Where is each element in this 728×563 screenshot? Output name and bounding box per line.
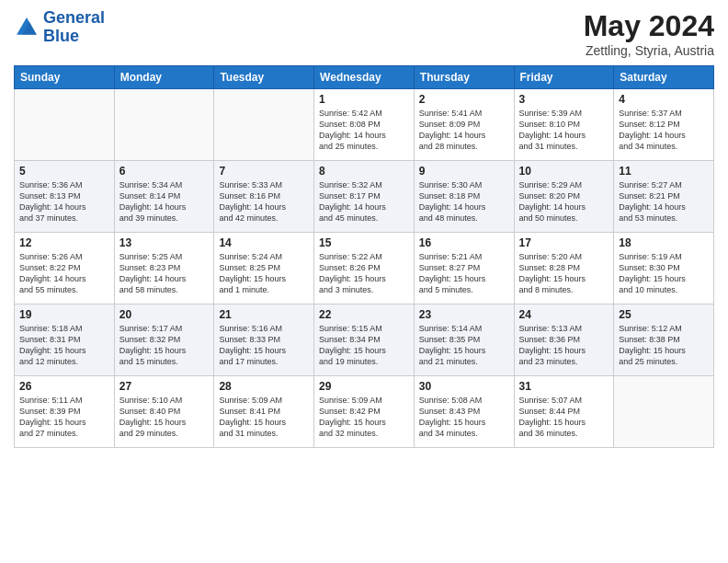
day-info: Sunrise: 5:29 AM Sunset: 8:20 PM Dayligh…: [519, 179, 609, 224]
day-number: 14: [219, 236, 309, 249]
day-info: Sunrise: 5:36 AM Sunset: 8:13 PM Dayligh…: [19, 179, 109, 224]
calendar-day-11: 11Sunrise: 5:27 AM Sunset: 8:21 PM Dayli…: [614, 161, 714, 233]
calendar-day-13: 13Sunrise: 5:25 AM Sunset: 8:23 PM Dayli…: [114, 233, 214, 304]
calendar-day-empty: [15, 89, 115, 161]
day-number: 26: [19, 380, 109, 393]
weekday-header-friday: Friday: [514, 66, 614, 89]
title-block: May 2024 Zettling, Styria, Austria: [584, 9, 714, 58]
day-number: 13: [119, 236, 210, 249]
calendar-day-4: 4Sunrise: 5:37 AM Sunset: 8:12 PM Daylig…: [614, 89, 714, 161]
day-number: 10: [519, 165, 609, 178]
day-number: 23: [419, 308, 509, 321]
calendar-week-1: 1Sunrise: 5:42 AM Sunset: 8:08 PM Daylig…: [15, 89, 714, 161]
weekday-header-tuesday: Tuesday: [214, 66, 314, 89]
day-number: 7: [219, 165, 309, 178]
subtitle: Zettling, Styria, Austria: [584, 43, 714, 58]
page: General Blue May 2024 Zettling, Styria, …: [0, 0, 728, 563]
calendar-day-27: 27Sunrise: 5:10 AM Sunset: 8:40 PM Dayli…: [114, 376, 214, 448]
calendar-week-2: 5Sunrise: 5:36 AM Sunset: 8:13 PM Daylig…: [15, 161, 714, 233]
day-info: Sunrise: 5:27 AM Sunset: 8:21 PM Dayligh…: [619, 179, 709, 224]
calendar-day-24: 24Sunrise: 5:13 AM Sunset: 8:36 PM Dayli…: [514, 304, 614, 376]
calendar-day-14: 14Sunrise: 5:24 AM Sunset: 8:25 PM Dayli…: [214, 233, 314, 304]
day-info: Sunrise: 5:19 AM Sunset: 8:30 PM Dayligh…: [619, 251, 709, 296]
logo: General Blue: [14, 9, 105, 46]
day-number: 17: [519, 236, 609, 249]
calendar-week-5: 26Sunrise: 5:11 AM Sunset: 8:39 PM Dayli…: [15, 376, 714, 448]
day-number: 3: [519, 93, 609, 106]
calendar-day-9: 9Sunrise: 5:30 AM Sunset: 8:18 PM Daylig…: [414, 161, 514, 233]
day-number: 27: [119, 380, 210, 393]
day-number: 18: [619, 236, 709, 249]
calendar-day-10: 10Sunrise: 5:29 AM Sunset: 8:20 PM Dayli…: [514, 161, 614, 233]
calendar-day-empty: [614, 376, 714, 448]
calendar-day-2: 2Sunrise: 5:41 AM Sunset: 8:09 PM Daylig…: [414, 89, 514, 161]
weekday-header-sunday: Sunday: [15, 66, 115, 89]
calendar-day-22: 22Sunrise: 5:15 AM Sunset: 8:34 PM Dayli…: [314, 304, 415, 376]
calendar-day-8: 8Sunrise: 5:32 AM Sunset: 8:17 PM Daylig…: [314, 161, 415, 233]
day-info: Sunrise: 5:34 AM Sunset: 8:14 PM Dayligh…: [119, 179, 210, 224]
weekday-header-wednesday: Wednesday: [314, 66, 415, 89]
calendar-day-20: 20Sunrise: 5:17 AM Sunset: 8:32 PM Dayli…: [114, 304, 214, 376]
day-info: Sunrise: 5:11 AM Sunset: 8:39 PM Dayligh…: [19, 395, 109, 440]
day-info: Sunrise: 5:25 AM Sunset: 8:23 PM Dayligh…: [119, 251, 210, 296]
day-info: Sunrise: 5:16 AM Sunset: 8:33 PM Dayligh…: [219, 323, 309, 368]
calendar-day-31: 31Sunrise: 5:07 AM Sunset: 8:44 PM Dayli…: [514, 376, 614, 448]
day-info: Sunrise: 5:08 AM Sunset: 8:43 PM Dayligh…: [419, 395, 509, 440]
header: General Blue May 2024 Zettling, Styria, …: [14, 9, 714, 58]
calendar-day-7: 7Sunrise: 5:33 AM Sunset: 8:16 PM Daylig…: [214, 161, 314, 233]
day-info: Sunrise: 5:09 AM Sunset: 8:41 PM Dayligh…: [219, 395, 309, 440]
day-number: 25: [619, 308, 709, 321]
day-number: 11: [619, 165, 709, 178]
day-number: 6: [119, 165, 210, 178]
day-number: 1: [319, 93, 409, 106]
calendar-day-28: 28Sunrise: 5:09 AM Sunset: 8:41 PM Dayli…: [214, 376, 314, 448]
weekday-header-row: SundayMondayTuesdayWednesdayThursdayFrid…: [15, 66, 714, 89]
calendar-day-29: 29Sunrise: 5:09 AM Sunset: 8:42 PM Dayli…: [314, 376, 415, 448]
calendar-day-5: 5Sunrise: 5:36 AM Sunset: 8:13 PM Daylig…: [15, 161, 115, 233]
day-number: 5: [19, 165, 109, 178]
day-info: Sunrise: 5:20 AM Sunset: 8:28 PM Dayligh…: [519, 251, 609, 296]
day-info: Sunrise: 5:39 AM Sunset: 8:10 PM Dayligh…: [519, 108, 609, 153]
day-number: 22: [319, 308, 409, 321]
calendar-day-23: 23Sunrise: 5:14 AM Sunset: 8:35 PM Dayli…: [414, 304, 514, 376]
day-info: Sunrise: 5:37 AM Sunset: 8:12 PM Dayligh…: [619, 108, 709, 153]
calendar-day-3: 3Sunrise: 5:39 AM Sunset: 8:10 PM Daylig…: [514, 89, 614, 161]
day-number: 28: [219, 380, 309, 393]
day-number: 2: [419, 93, 509, 106]
day-info: Sunrise: 5:17 AM Sunset: 8:32 PM Dayligh…: [119, 323, 210, 368]
day-info: Sunrise: 5:30 AM Sunset: 8:18 PM Dayligh…: [419, 179, 509, 224]
day-info: Sunrise: 5:18 AM Sunset: 8:31 PM Dayligh…: [19, 323, 109, 368]
day-number: 31: [519, 380, 609, 393]
calendar-week-4: 19Sunrise: 5:18 AM Sunset: 8:31 PM Dayli…: [15, 304, 714, 376]
day-number: 30: [419, 380, 509, 393]
day-info: Sunrise: 5:10 AM Sunset: 8:40 PM Dayligh…: [119, 395, 210, 440]
day-info: Sunrise: 5:42 AM Sunset: 8:08 PM Dayligh…: [319, 108, 409, 153]
calendar-day-18: 18Sunrise: 5:19 AM Sunset: 8:30 PM Dayli…: [614, 233, 714, 304]
calendar-day-empty: [114, 89, 214, 161]
day-info: Sunrise: 5:14 AM Sunset: 8:35 PM Dayligh…: [419, 323, 509, 368]
day-number: 19: [19, 308, 109, 321]
calendar-day-16: 16Sunrise: 5:21 AM Sunset: 8:27 PM Dayli…: [414, 233, 514, 304]
day-info: Sunrise: 5:21 AM Sunset: 8:27 PM Dayligh…: [419, 251, 509, 296]
calendar-day-19: 19Sunrise: 5:18 AM Sunset: 8:31 PM Dayli…: [15, 304, 115, 376]
day-info: Sunrise: 5:15 AM Sunset: 8:34 PM Dayligh…: [319, 323, 409, 368]
day-info: Sunrise: 5:07 AM Sunset: 8:44 PM Dayligh…: [519, 395, 609, 440]
day-number: 16: [419, 236, 509, 249]
calendar-day-17: 17Sunrise: 5:20 AM Sunset: 8:28 PM Dayli…: [514, 233, 614, 304]
weekday-header-thursday: Thursday: [414, 66, 514, 89]
day-info: Sunrise: 5:33 AM Sunset: 8:16 PM Dayligh…: [219, 179, 309, 224]
calendar-day-26: 26Sunrise: 5:11 AM Sunset: 8:39 PM Dayli…: [15, 376, 115, 448]
calendar-day-25: 25Sunrise: 5:12 AM Sunset: 8:38 PM Dayli…: [614, 304, 714, 376]
day-number: 4: [619, 93, 709, 106]
day-number: 29: [319, 380, 409, 393]
calendar-day-30: 30Sunrise: 5:08 AM Sunset: 8:43 PM Dayli…: [414, 376, 514, 448]
weekday-header-saturday: Saturday: [614, 66, 714, 89]
calendar-day-1: 1Sunrise: 5:42 AM Sunset: 8:08 PM Daylig…: [314, 89, 415, 161]
day-number: 8: [319, 165, 409, 178]
day-info: Sunrise: 5:32 AM Sunset: 8:17 PM Dayligh…: [319, 179, 409, 224]
main-title: May 2024: [584, 9, 714, 43]
calendar-table: SundayMondayTuesdayWednesdayThursdayFrid…: [14, 65, 714, 448]
day-info: Sunrise: 5:09 AM Sunset: 8:42 PM Dayligh…: [319, 395, 409, 440]
day-number: 21: [219, 308, 309, 321]
logo-icon: [14, 15, 40, 40]
